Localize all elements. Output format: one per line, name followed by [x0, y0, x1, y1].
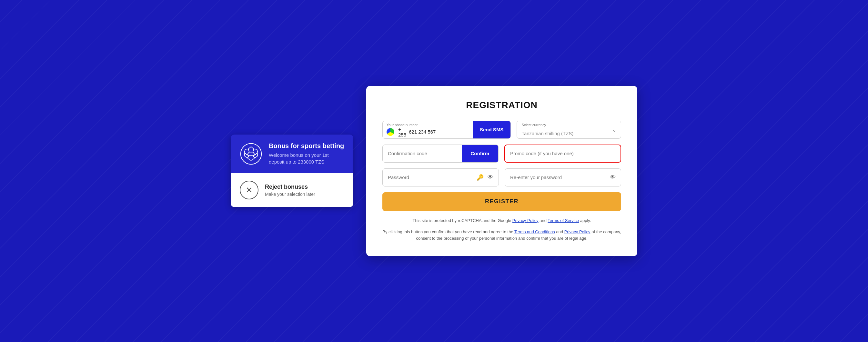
bonus-card-text: Bonus for sports betting Welcome bonus o… [269, 142, 344, 165]
reenter-password-icons: 👁 [610, 174, 616, 181]
confirmation-field: Confirm [382, 145, 499, 163]
password-field: 🔑 👁 [382, 168, 499, 186]
confirm-button[interactable]: Confirm [462, 145, 499, 162]
confirmation-code-input[interactable] [383, 145, 462, 162]
key-icon[interactable]: 🔑 [476, 174, 484, 181]
phone-group: Your phone number + 255 Send SMS [382, 121, 511, 139]
bonus-title: Bonus for sports betting [269, 142, 344, 150]
phone-field: Your phone number + 255 Send SMS [382, 121, 511, 139]
form-title: REGISTRATION [382, 100, 621, 110]
terms-of-service-link[interactable]: Terms of Service [548, 218, 579, 223]
bonus-card[interactable]: Bonus for sports betting Welcome bonus o… [231, 134, 353, 173]
reenter-password-field: 👁 [505, 168, 621, 186]
promo-field [504, 145, 621, 163]
currency-group: Select currency Tanzanian shilling (TZS)… [517, 121, 621, 139]
toggle-reenter-password-icon[interactable]: 👁 [610, 174, 616, 181]
password-row: 🔑 👁 👁 [382, 168, 621, 186]
left-panel: Bonus for sports betting Welcome bonus o… [231, 134, 353, 207]
currency-select[interactable]: Tanzanian shilling (TZS) [522, 127, 616, 136]
reject-card[interactable]: ✕ Reject bonuses Make your selection lat… [231, 173, 353, 207]
currency-field: Select currency Tanzanian shilling (TZS)… [517, 121, 621, 139]
svg-marker-7 [247, 152, 255, 156]
toggle-password-icon[interactable]: 👁 [488, 174, 493, 181]
registration-form: REGISTRATION Your phone number + 255 Sen… [366, 86, 637, 256]
privacy-policy-link[interactable]: Privacy Policy [513, 218, 538, 223]
password-icons: 🔑 👁 [476, 174, 493, 181]
reject-subtitle: Make your selection later [265, 192, 315, 197]
bonus-description: Welcome bonus on your 1st deposit up to … [269, 152, 344, 165]
legal-text-1: This site is protected by reCAPTCHA and … [382, 217, 621, 224]
svg-marker-2 [253, 149, 258, 155]
terms-conditions-link[interactable]: Terms and Conditions [514, 229, 555, 234]
legal-text-2: By clicking this button you confirm that… [382, 229, 621, 242]
currency-label: Select currency [522, 123, 546, 127]
reenter-password-input[interactable] [510, 169, 610, 186]
soccer-ball-icon [240, 143, 262, 165]
send-sms-button[interactable]: Send SMS [473, 121, 510, 138]
svg-marker-6 [244, 149, 249, 155]
privacy-policy-link-2[interactable]: Privacy Policy [564, 229, 590, 234]
reject-icon: ✕ [240, 181, 258, 199]
phone-currency-row: Your phone number + 255 Send SMS Select … [382, 121, 621, 139]
password-input[interactable] [388, 169, 476, 186]
reject-card-text: Reject bonuses Make your selection later [265, 184, 315, 197]
main-container: Bonus for sports betting Welcome bonus o… [231, 86, 637, 256]
reject-title: Reject bonuses [265, 184, 315, 190]
promo-code-input[interactable] [505, 145, 621, 162]
flag-icon [386, 128, 394, 136]
confirmation-promo-row: Confirm [382, 145, 621, 163]
phone-label: Your phone number [386, 123, 417, 127]
register-button[interactable]: REGISTER [382, 192, 621, 211]
